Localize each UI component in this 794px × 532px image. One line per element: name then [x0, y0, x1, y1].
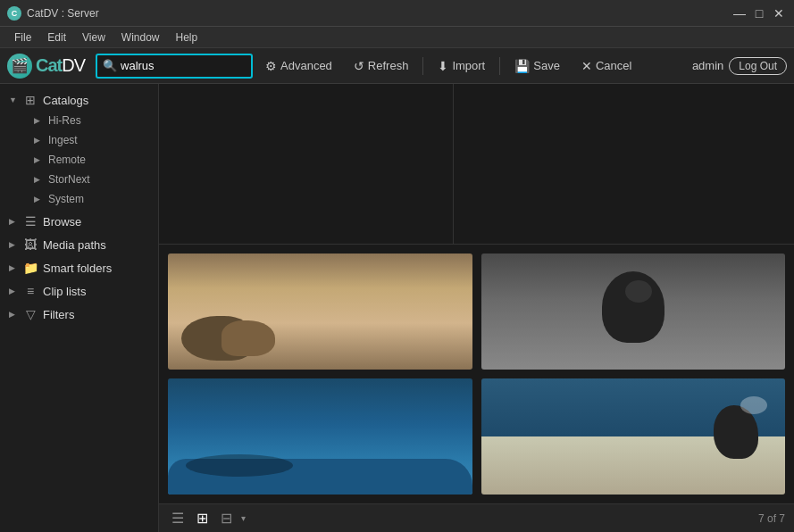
chevron-right-icon: ▶: [34, 175, 43, 184]
toolbar: 🎬 CatDV 🔍 ⚙ Advanced ↺ Refresh ⬇ Import …: [0, 48, 794, 84]
chevron-right-icon: ▶: [9, 217, 18, 226]
grid-item-3[interactable]: [481, 378, 786, 495]
top-panel-left: [159, 84, 454, 244]
sidebar-section-filters: ▶ ▽ Filters: [0, 303, 158, 325]
sidebar-item-mediapaths[interactable]: ▶ 🖼 Media paths: [0, 234, 158, 255]
logo: 🎬 CatDV: [7, 54, 85, 79]
thumbnail-0: [168, 254, 472, 370]
thumbnail-3: [481, 378, 786, 495]
chevron-right-icon: ▶: [34, 195, 43, 204]
window-controls[interactable]: — □ ✕: [731, 5, 787, 21]
logout-button[interactable]: Log Out: [729, 57, 787, 75]
save-button[interactable]: 💾 Save: [506, 54, 569, 79]
close-button[interactable]: ✕: [771, 5, 787, 21]
chevron-right-icon: ▶: [9, 263, 18, 272]
view-controls: ☰ ⊞ ⊟ ▾: [168, 507, 246, 529]
maximize-button[interactable]: □: [751, 5, 767, 21]
refresh-icon: ↺: [354, 59, 364, 73]
grid-item-2[interactable]: [168, 378, 472, 495]
menu-file[interactable]: File: [7, 29, 38, 46]
toolbar-separator-2: [499, 57, 500, 75]
catalogs-icon: ⊞: [23, 93, 38, 107]
bottom-bar: ☰ ⊞ ⊟ ▾ 7 of 7: [159, 503, 794, 532]
search-box[interactable]: 🔍: [96, 54, 253, 79]
mediapaths-icon: 🖼: [23, 237, 38, 252]
app-icon: C: [7, 6, 21, 21]
menu-view[interactable]: View: [75, 29, 113, 46]
content-area: A001_C169_0120M1.RDC A001_C170_0120M8.RD…: [159, 84, 794, 532]
advanced-button[interactable]: ⚙ Advanced: [256, 54, 341, 79]
sidebar-item-catalogs[interactable]: ▼ ⊞ Catalogs: [0, 89, 158, 111]
sidebar-item-remote[interactable]: ▶ Remote: [25, 150, 158, 170]
sidebar-item-filters[interactable]: ▶ ▽ Filters: [0, 303, 158, 325]
chevron-right-icon: ▶: [9, 310, 18, 319]
admin-label: admin: [692, 59, 723, 72]
user-section: admin Log Out: [692, 57, 787, 75]
filters-icon: ▽: [23, 307, 38, 321]
sidebar-item-cliplists[interactable]: ▶ ≡ Clip lists: [0, 280, 158, 302]
import-button[interactable]: ⬇ Import: [429, 54, 494, 79]
sidebar-section-catalogs: ▼ ⊞ Catalogs ▶ Hi-Res ▶ Ingest ▶ Remote: [0, 89, 158, 209]
import-icon: ⬇: [438, 59, 448, 73]
chevron-right-icon: ▶: [9, 240, 18, 249]
browse-icon: ☰: [23, 214, 38, 229]
smartfolders-icon: 📁: [23, 261, 38, 275]
sidebar-item-system[interactable]: ▶ System: [25, 189, 158, 209]
sidebar-item-hires[interactable]: ▶ Hi-Res: [25, 111, 158, 130]
sidebar: ▼ ⊞ Catalogs ▶ Hi-Res ▶ Ingest ▶ Remote: [0, 84, 159, 532]
logo-icon: 🎬: [7, 54, 32, 79]
menu-bar: File Edit View Window Help: [0, 27, 794, 48]
sidebar-section-mediapaths: ▶ 🖼 Media paths: [0, 234, 158, 255]
advanced-icon: ⚙: [265, 59, 277, 73]
top-panel: [159, 84, 794, 245]
status-count: 7 of 7: [758, 512, 785, 525]
minimize-button[interactable]: —: [731, 5, 748, 21]
chevron-right-icon: ▶: [34, 136, 43, 145]
refresh-button[interactable]: ↺ Refresh: [345, 54, 418, 79]
sidebar-item-stornext[interactable]: ▶ StorNext: [25, 170, 158, 189]
main-content: ▼ ⊞ Catalogs ▶ Hi-Res ▶ Ingest ▶ Remote: [0, 84, 794, 532]
sidebar-item-browse[interactable]: ▶ ☰ Browse: [0, 211, 158, 232]
save-icon: 💾: [514, 59, 530, 73]
search-icon: 🔍: [103, 59, 117, 72]
menu-edit[interactable]: Edit: [40, 29, 73, 46]
sidebar-section-cliplists: ▶ ≡ Clip lists: [0, 280, 158, 302]
cliplists-icon: ≡: [23, 284, 38, 298]
top-panel-right: [454, 84, 794, 244]
sidebar-item-ingest[interactable]: ▶ Ingest: [25, 130, 158, 150]
logo-text: CatDV: [36, 55, 85, 76]
grid-view-button[interactable]: ⊞: [193, 507, 212, 529]
thumbnail-1: [481, 254, 786, 370]
cancel-icon: ✕: [581, 59, 592, 73]
sidebar-item-smartfolders[interactable]: ▶ 📁 Smart folders: [0, 257, 158, 278]
sidebar-section-browse: ▶ ☰ Browse: [0, 211, 158, 232]
chevron-right-icon: ▶: [34, 116, 43, 125]
cancel-button[interactable]: ✕ Cancel: [573, 54, 640, 79]
view-dropdown-arrow[interactable]: ▾: [241, 513, 246, 523]
filmstrip-view-button[interactable]: ⊟: [217, 507, 236, 529]
window-title: CatDV : Server: [27, 7, 99, 20]
title-bar: C CatDV : Server — □ ✕: [0, 0, 794, 27]
grid-item-0[interactable]: A001_C169_0120M1.RDC: [168, 254, 472, 370]
catalogs-children: ▶ Hi-Res ▶ Ingest ▶ Remote ▶ StorNext ▶: [0, 111, 158, 209]
title-bar-left: C CatDV : Server: [7, 6, 99, 21]
media-grid: A001_C169_0120M1.RDC A001_C170_0120M8.RD…: [159, 245, 794, 503]
grid-item-1[interactable]: A001_C170_0120M8.RDC: [481, 254, 786, 370]
sidebar-section-smartfolders: ▶ 📁 Smart folders: [0, 257, 158, 278]
toolbar-separator-1: [422, 57, 423, 75]
chevron-right-icon: ▶: [9, 287, 18, 295]
thumbnail-2: [168, 378, 472, 495]
menu-window[interactable]: Window: [114, 29, 167, 46]
chevron-right-icon: ▶: [34, 155, 43, 164]
search-input[interactable]: [121, 59, 246, 72]
list-view-button[interactable]: ☰: [168, 507, 188, 529]
menu-help[interactable]: Help: [169, 29, 205, 46]
chevron-down-icon: ▼: [9, 96, 18, 104]
